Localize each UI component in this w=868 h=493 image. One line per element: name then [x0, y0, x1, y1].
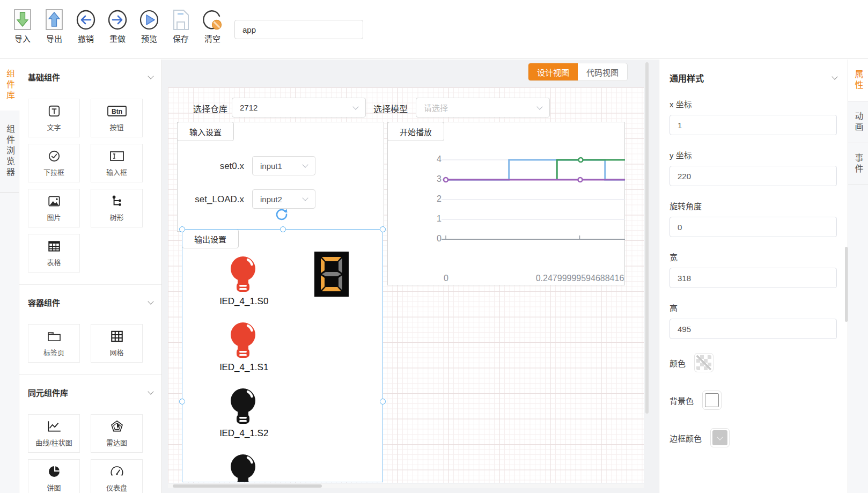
- led-bulb[interactable]: [227, 255, 259, 293]
- tree-component-icon: [110, 194, 124, 208]
- model-select-label: 选择模型: [373, 102, 408, 115]
- play-chart-panel[interactable]: 开始播放 4 3 2 1 0 0 0.24799999594688416: [387, 122, 625, 285]
- component-library-panel: 基础组件 文字 Btn 按钮 下拉框 输入框 图片: [19, 60, 162, 493]
- repo-select-label: 选择仓库: [193, 102, 227, 115]
- component-card-line-bar-chart[interactable]: 曲线/柱状图: [28, 414, 80, 453]
- right-tab-strip: 属性 动画 事件: [848, 60, 868, 493]
- x-coordinate-field[interactable]: [670, 115, 837, 135]
- component-card-select[interactable]: 下拉框: [28, 144, 80, 182]
- gray-swatch-icon: [712, 430, 727, 445]
- resize-handle-top-right[interactable]: [380, 226, 386, 232]
- component-card-tree[interactable]: 树形: [91, 189, 143, 227]
- component-card-grid[interactable]: 网格: [91, 324, 143, 363]
- resize-handle-middle-right[interactable]: [380, 399, 386, 404]
- led-label: lED_4_1.S1: [182, 362, 306, 373]
- component-card-tabpage[interactable]: Tab 标签页: [28, 324, 80, 363]
- color-label: 颜色: [670, 357, 686, 369]
- toolbar-item-label: 撤销: [78, 33, 94, 44]
- start-play-button[interactable]: 开始播放: [387, 122, 444, 141]
- section-container-components[interactable]: 容器组件: [28, 285, 153, 308]
- chevron-down-icon: [148, 73, 153, 79]
- color-swatch[interactable]: [694, 353, 713, 372]
- chevron-down-icon: [717, 434, 723, 440]
- y-coordinate-field[interactable]: [670, 166, 837, 186]
- led-label: lED_4_1.S0: [182, 296, 306, 307]
- transparent-checker-icon: [696, 355, 711, 370]
- background-color-swatch[interactable]: [702, 391, 722, 410]
- undo-button[interactable]: 撤销: [74, 9, 98, 44]
- divider: [0, 192, 19, 193]
- resize-handle-top-left[interactable]: [179, 226, 185, 232]
- svg-text:Tab: Tab: [49, 332, 53, 335]
- component-card-label: 按钮: [109, 122, 123, 132]
- tab-animation[interactable]: 动画: [848, 101, 868, 143]
- component-card-pie-chart[interactable]: 饼图: [28, 459, 80, 493]
- component-card-label: 网格: [109, 347, 123, 357]
- properties-panel: 通用样式 x 坐标 y 坐标 旋转角度 宽 高 颜色 背景色: [659, 60, 848, 493]
- select-component-icon: [47, 149, 61, 163]
- scrollbar-thumb[interactable]: [173, 484, 322, 488]
- clear-button[interactable]: 清空: [201, 9, 224, 44]
- input2-select[interactable]: input2: [252, 189, 315, 209]
- resize-handle-middle-left[interactable]: [179, 399, 185, 404]
- view-toggle: 设计视图 代码视图: [528, 63, 627, 80]
- workspace-vertical-scrollbar[interactable]: [645, 62, 649, 414]
- section-title: 同元组件库: [28, 387, 68, 398]
- toolbar-item-label: 清空: [204, 33, 220, 44]
- component-card-label: 曲线/柱状图: [35, 437, 72, 447]
- design-view-button[interactable]: 设计视图: [528, 63, 578, 80]
- output-settings-tab[interactable]: 输出设置: [182, 230, 239, 248]
- save-button[interactable]: 保存: [169, 9, 193, 44]
- redo-button[interactable]: 重做: [106, 9, 129, 44]
- app-name-input[interactable]: [234, 20, 363, 39]
- led-bulb[interactable]: [227, 387, 259, 425]
- tab-component-browser[interactable]: 组件浏览器: [0, 111, 19, 192]
- general-style-section[interactable]: 通用样式: [670, 60, 837, 84]
- component-card-text[interactable]: 文字: [28, 99, 80, 137]
- component-card-table[interactable]: 表格: [28, 234, 80, 273]
- redo-icon: [107, 9, 128, 31]
- seven-segment-display[interactable]: [314, 252, 349, 299]
- section-tongyuan-components[interactable]: 同元组件库: [28, 375, 153, 398]
- rotation-angle-field[interactable]: [670, 217, 837, 237]
- component-card-gauge[interactable]: 仪表盘: [91, 459, 143, 493]
- tab-properties[interactable]: 属性: [848, 60, 868, 101]
- border-color-swatch[interactable]: [710, 428, 730, 447]
- gauge-component-icon: [109, 465, 125, 479]
- export-button[interactable]: 导出: [42, 9, 66, 44]
- input1-select[interactable]: input1: [252, 156, 315, 175]
- code-view-button[interactable]: 代码视图: [578, 63, 627, 80]
- border-color-label: 边框颜色: [670, 432, 702, 444]
- preview-button[interactable]: 预览: [137, 9, 161, 44]
- refresh-icon[interactable]: [274, 207, 289, 224]
- design-canvas[interactable]: 选择仓库 2712 选择模型 请选择 输入设置 set0.x input1 se…: [168, 87, 644, 483]
- table-component-icon: [47, 239, 61, 253]
- model-select[interactable]: 请选择: [416, 98, 550, 117]
- chevron-down-icon: [148, 388, 153, 394]
- input-settings-tab[interactable]: 输入设置: [177, 122, 234, 141]
- section-basic-components[interactable]: 基础组件: [28, 60, 153, 83]
- pie-chart-component-icon: [47, 465, 61, 479]
- component-card-label: 输入框: [106, 167, 127, 177]
- component-card-radar-chart[interactable]: 雷达图: [91, 414, 143, 453]
- tab-events[interactable]: 事件: [848, 143, 868, 185]
- component-card-label: 雷达图: [106, 437, 127, 447]
- output-settings-panel[interactable]: 输出设置 lED_4_1.S0 lED_4_1.S1 lED_4_1.S2: [182, 229, 383, 482]
- background-color-label: 背景色: [670, 395, 694, 406]
- width-field[interactable]: [670, 268, 837, 288]
- x-coordinate-label: x 坐标: [670, 98, 837, 109]
- resize-handle-top-center[interactable]: [280, 226, 286, 232]
- component-card-image[interactable]: 图片: [28, 189, 80, 227]
- component-card-label: 树形: [109, 212, 123, 222]
- component-card-button[interactable]: Btn 按钮: [91, 99, 143, 137]
- led-bulb[interactable]: [227, 453, 259, 482]
- tab-component-library[interactable]: 组件库: [0, 60, 19, 111]
- canvas-horizontal-scrollbar[interactable]: [168, 484, 644, 488]
- repo-select[interactable]: 2712: [232, 98, 366, 117]
- input-settings-panel[interactable]: 输入设置 set0.x input1 set_LOAD.x input2: [177, 122, 384, 232]
- input2-select-value: input2: [260, 195, 282, 204]
- led-bulb[interactable]: [227, 321, 259, 359]
- component-card-input[interactable]: 输入框: [91, 144, 143, 182]
- height-field[interactable]: [670, 319, 837, 339]
- import-button[interactable]: 导入: [11, 9, 34, 44]
